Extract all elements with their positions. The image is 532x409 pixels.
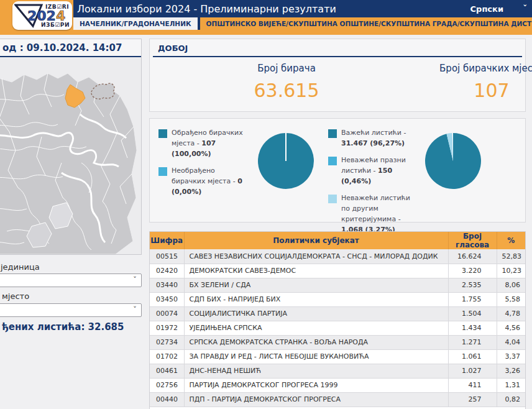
- party-code: 02734: [150, 335, 184, 349]
- header-votes[interactable]: Број гласова: [448, 232, 497, 249]
- party-percent: 10,23: [497, 264, 525, 278]
- legend-text: Обрађено бирачких мјеста - 107 (100,00%): [172, 127, 247, 159]
- party-name: ЗА ПРАВДУ И РЕД - ЛИСТА НЕБОЈШЕ ВУКАНОВИ…: [184, 349, 448, 364]
- legend-text: Неважећи празни листићи - 150 (0,46%): [341, 155, 416, 186]
- map-panel: од : 09.10.2024. 14:07: [0, 39, 142, 255]
- data-updated-header: од : 09.10.2024. 14:07: [0, 39, 141, 55]
- party-code: 00074: [150, 306, 184, 321]
- elections-logo: IZB☑RI 2024 ИЗБ☑РИ: [12, 1, 72, 30]
- legend-swatch: [328, 129, 337, 138]
- table-row[interactable]: 00074 СОЦИЈАЛИСТИЧКА ПАРТИЈА 1.504 4,78: [150, 306, 525, 321]
- table-row[interactable]: 00461 ДНС-НЕНАД НЕШИЋ 1.027 3,26: [150, 364, 525, 378]
- tab-municipal-assembly[interactable]: ОПШТИНСКО ВИЈЕЋЕ/СКУПШТИНА ОПШТИНЕ/СКУПШ…: [200, 17, 532, 30]
- results-table-card: Шифра Политички субјекат Број гласова % …: [149, 231, 526, 409]
- table-row[interactable]: 02420 ДЕМОКРАТСКИ САВЕЗ-ДЕМОС 3.220 10,2…: [150, 264, 525, 278]
- party-percent: 3,26: [497, 364, 525, 378]
- table-row[interactable]: 01972 УЈЕДИЊЕНА СРПСКА 1.434 4,56: [150, 321, 525, 335]
- page-title: Локални избори 2024 - Прелиминарни резул…: [77, 3, 336, 15]
- party-votes: 411: [448, 378, 497, 392]
- party-name: ПДП - ПАРТИЈА ДЕМОКРАТСКОГ ПРОГРЕСА: [184, 392, 448, 407]
- party-name: СДП БИХ - НАПРИЈЕД БИХ: [184, 292, 448, 306]
- party-name: СОЦИЈАЛИСТИЧКА ПАРТИЈА: [184, 306, 448, 321]
- table-row[interactable]: 03440 БХ ЗЕЛЕНИ / СДА 2.535 8,06: [150, 278, 525, 292]
- processed-stations-legend: Обрађено бирачких мјеста - 107 (100,00%)…: [158, 127, 247, 203]
- table-row[interactable]: 00440 ПДП - ПАРТИЈА ДЕМОКРАТСКОГ ПРОГРЕС…: [150, 392, 525, 407]
- party-percent: 52,83: [497, 249, 525, 264]
- voters-stat: Број бирача 63.615: [193, 63, 380, 101]
- place-label: мјесто: [2, 292, 29, 301]
- table-row[interactable]: 03450 СДП БИХ - НАПРИЈЕД БИХ 1.755 5,58: [150, 292, 525, 306]
- logo-block: IZB☑RI 2024 ИЗБ☑РИ: [0, 0, 73, 30]
- legend-item: Обрађено бирачких мјеста - 107 (100,00%): [158, 127, 247, 159]
- voters-label: Број бирача: [193, 63, 380, 74]
- voters-value: 63.615: [193, 80, 380, 101]
- processed-ballots-count: ђених листића: 32.685: [2, 321, 124, 333]
- party-percent: 3,37: [497, 349, 525, 364]
- legend-item: Неважећи листићи по другим критеријумима…: [328, 193, 416, 235]
- polling-stations-label: Број бирачких мјеста: [398, 63, 532, 74]
- header-name[interactable]: Политички субјекат: [184, 232, 448, 249]
- legend-text: Важећи листићи - 31.467 (96,27%): [341, 127, 416, 149]
- party-code: 00461: [150, 364, 184, 378]
- legend-item: Важећи листићи - 31.467 (96,27%): [328, 127, 416, 149]
- logo-text-cyrillic: ИЗБ☑РИ: [41, 22, 70, 28]
- table-row[interactable]: 02756 ПАРТИЈА ДЕМОКРАТСКОГ ПРОГРЕСА 1999…: [150, 378, 525, 392]
- table-row[interactable]: 00515 САВЕЗ НЕЗАВИСНИХ СОЦИЈАЛДЕМОКРАТА …: [150, 249, 525, 264]
- legend-swatch: [158, 167, 167, 176]
- legend-swatch: [328, 195, 337, 203]
- language-selector[interactable]: Српски: [470, 4, 503, 14]
- legend-text: Необрађено бирачких мјеста - 0 (0,00%): [172, 165, 247, 197]
- party-percent: 8,06: [497, 278, 525, 292]
- party-percent: 0,82: [497, 392, 525, 407]
- pie-charts-card: Обрађено бирачких мјеста - 107 (100,00%)…: [149, 118, 526, 223]
- party-votes: 257: [448, 392, 497, 407]
- tab-mayor[interactable]: НАЧЕЛНИК/ГРАДОНАЧЕЛНИК: [73, 17, 198, 30]
- header-pct[interactable]: %: [497, 232, 525, 249]
- legend-item: Неважећи празни листићи - 150 (0,46%): [328, 155, 416, 186]
- party-code: 03440: [150, 278, 184, 292]
- data-updated-text: од : 09.10.2024. 14:07: [2, 42, 122, 53]
- card-divider: [153, 56, 522, 57]
- party-name: БХ ЗЕЛЕНИ / СДА: [184, 278, 448, 292]
- party-code: 01972: [150, 321, 184, 335]
- legend-text: Неважећи листићи по другим критеријумима…: [341, 193, 416, 235]
- map-svg: [0, 57, 141, 254]
- polling-stations-stat: Број бирачких мјеста 107: [398, 63, 532, 101]
- party-code: 00515: [150, 249, 184, 264]
- unit-select[interactable]: ˇ: [0, 273, 142, 287]
- party-code: 00440: [150, 392, 184, 407]
- party-votes: 1.755: [448, 292, 497, 306]
- table-row[interactable]: 02734 СРПСКА ДЕМОКРАТСКА СТРАНКА - ВОЉА …: [150, 335, 525, 349]
- unit-label: јединица: [1, 262, 40, 272]
- party-name: ДЕМОКРАТСКИ САВЕЗ-ДЕМОС: [184, 264, 448, 278]
- header-accent-strip: [0, 30, 532, 35]
- party-code: 02420: [150, 264, 184, 278]
- chevron-down-icon: ˇ: [133, 306, 137, 315]
- party-percent: 4,04: [497, 335, 525, 349]
- party-name: ДНС-НЕНАД НЕШИЋ: [184, 364, 448, 378]
- bih-municipalities-map[interactable]: [0, 57, 141, 254]
- party-name: ПАРТИЈА ДЕМОКРАТСКОГ ПРОГРЕСА 1999: [184, 378, 448, 392]
- party-votes: 2.535: [448, 278, 497, 292]
- party-code: 01702: [150, 349, 184, 364]
- place-select[interactable]: ˇ: [0, 303, 142, 317]
- party-percent: 5,58: [497, 292, 525, 306]
- municipality-name: ДОБОЈ: [158, 44, 188, 53]
- table-header-row: Шифра Политички субјекат Број гласова %: [150, 232, 525, 249]
- processed-stations-pie-chart: [257, 132, 315, 190]
- party-votes: 1.434: [448, 321, 497, 335]
- party-votes: 1.027: [448, 364, 497, 378]
- legend-swatch: [158, 129, 167, 138]
- chevron-down-icon: ˇ: [133, 276, 137, 285]
- party-votes: 1.271: [448, 335, 497, 349]
- party-percent: 1,31: [497, 378, 525, 392]
- party-name: СРПСКА ДЕМОКРАТСКА СТРАНКА - ВОЉА НАРОДА: [184, 335, 448, 349]
- header-code[interactable]: Шифра: [150, 232, 184, 249]
- party-name: УЈЕДИЊЕНА СРПСКА: [184, 321, 448, 335]
- tab-bar: НАЧЕЛНИК/ГРАДОНАЧЕЛНИК ОПШТИНСКО ВИЈЕЋЕ/…: [73, 17, 532, 30]
- party-percent: 4,56: [497, 321, 525, 335]
- chevron-down-icon[interactable]: ˇ: [523, 4, 528, 13]
- municipality-summary-card: ДОБОЈ Број бирача 63.615 Број бирачких м…: [149, 39, 526, 112]
- table-row[interactable]: 01702 ЗА ПРАВДУ И РЕД - ЛИСТА НЕБОЈШЕ ВУ…: [150, 349, 525, 364]
- party-percent: 4,78: [497, 306, 525, 321]
